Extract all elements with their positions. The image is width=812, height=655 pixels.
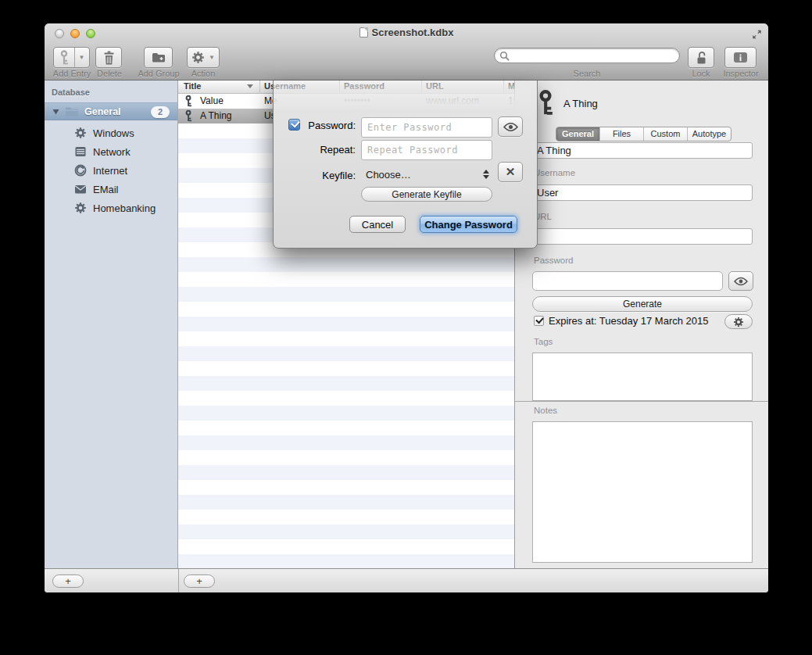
generate-button[interactable]: Generate (532, 296, 753, 312)
password-label: Password (534, 256, 574, 265)
add-group-footer-button[interactable]: + (52, 574, 84, 588)
tab-custom[interactable]: Custom (644, 127, 688, 141)
sidebar-item-label: Windows (93, 127, 134, 139)
change-password-button[interactable]: Change Password (420, 216, 517, 233)
dialog-password-input[interactable] (361, 117, 492, 138)
password-field[interactable] (532, 271, 723, 291)
username-field[interactable] (532, 184, 753, 201)
action-label: Action (191, 69, 216, 78)
x-icon: ✕ (506, 165, 516, 179)
folder-plus-icon (152, 52, 166, 63)
expires-settings-button[interactable] (724, 314, 753, 329)
url-field[interactable] (532, 228, 753, 245)
window-title: Screenshot.kdbx (45, 27, 768, 38)
delete-button[interactable] (95, 47, 122, 68)
add-entry-button[interactable]: ▼ (53, 47, 90, 68)
clear-keyfile-button[interactable]: ✕ (498, 162, 523, 182)
inspector-entry-title: A Thing (563, 98, 598, 109)
bottom-bar: + + (45, 568, 768, 592)
gear-icon (74, 127, 87, 139)
tab-general[interactable]: General (556, 127, 600, 141)
info-icon (733, 52, 748, 63)
add-entry-label: Add Entry (53, 69, 91, 78)
inspector-button[interactable] (724, 47, 757, 68)
add-entry-footer-button[interactable]: + (184, 574, 215, 588)
tags-label: Tags (534, 337, 553, 346)
tab-autotype[interactable]: Autotype (688, 127, 731, 141)
sidebar-item-email[interactable]: EMail (45, 180, 177, 199)
generate-keyfile-button[interactable]: Generate Keyfile (361, 187, 492, 202)
sidebar-item-label: Network (93, 146, 131, 158)
cell-title: A Thing (200, 110, 231, 121)
sidebar-item-label: Internet (93, 165, 127, 177)
tab-files[interactable]: Files (600, 127, 644, 141)
column-header-title[interactable]: Title (184, 81, 201, 91)
dialog-keyfile-label: Keyfile: (274, 170, 356, 181)
server-icon (74, 145, 87, 158)
sidebar-item-internet[interactable]: Internet (45, 161, 177, 180)
sidebar-item-label: Homebanking (93, 202, 156, 214)
inspector-panel: A Thing General Files Custom Autotype Us… (514, 81, 768, 568)
change-password-sheet: Password: Repeat: Keyfile: Choose… ✕ Gen… (273, 81, 538, 249)
dialog-password-label: Password: (274, 120, 356, 131)
dialog-repeat-input[interactable] (361, 140, 492, 160)
expires-checkbox[interactable] (534, 316, 544, 326)
sidebar-group-general[interactable]: General 2 (45, 102, 177, 120)
gear-icon (733, 317, 744, 328)
sidebar-group-label: General (84, 106, 121, 117)
sidebar-item-network[interactable]: Network (45, 142, 177, 161)
key-icon (537, 87, 554, 120)
search-icon (499, 51, 510, 61)
sidebar-item-homebanking[interactable]: Homebanking (45, 199, 177, 217)
trash-icon (103, 51, 115, 65)
add-group-button[interactable] (144, 47, 173, 68)
sidebar-item-label: EMail (93, 184, 119, 195)
lock-label: Lock (692, 69, 710, 78)
keyfile-popup[interactable]: Choose… (366, 169, 411, 181)
sidebar-item-windows[interactable]: Windows (45, 123, 177, 142)
expires-label: Expires at: Tuesday 17 March 2015 (549, 315, 709, 327)
notes-textarea[interactable] (532, 421, 753, 563)
globe-icon (74, 164, 87, 177)
expires-row: Expires at: Tuesday 17 March 2015 (534, 315, 709, 327)
username-label: Username (534, 168, 575, 177)
add-entry-dropdown-icon[interactable]: ▼ (79, 54, 85, 61)
tags-textarea[interactable] (532, 353, 753, 401)
window-chrome: Screenshot.kdbx ▼ Add Entry (45, 23, 768, 81)
title-field[interactable] (532, 142, 753, 159)
dialog-show-password-button[interactable] (498, 116, 523, 137)
key-icon (59, 50, 70, 66)
dialog-repeat-label: Repeat: (274, 144, 356, 156)
group-sidebar: Database General 2 Windows (45, 81, 178, 568)
cell-title: Value (200, 95, 224, 106)
show-password-button[interactable] (728, 271, 753, 291)
sort-indicator-icon (247, 84, 253, 91)
cancel-button[interactable]: Cancel (349, 216, 406, 233)
envelope-icon (74, 183, 87, 195)
gear-icon (74, 202, 87, 214)
inspector-label: Inspector (723, 69, 758, 78)
gear-icon (191, 51, 205, 64)
footer-divider (178, 569, 179, 592)
inspector-tabs: General Files Custom Autotype (556, 127, 732, 141)
search-field[interactable] (494, 48, 680, 63)
search-input[interactable] (512, 49, 674, 62)
eye-icon (503, 122, 518, 132)
search-label: Search (574, 69, 601, 78)
action-button[interactable]: ▼ (187, 47, 220, 68)
sidebar-header: Database (52, 88, 90, 97)
notes-label: Notes (534, 406, 557, 415)
group-count-badge: 2 (151, 106, 170, 118)
section-divider (515, 401, 768, 402)
keyfile-stepper-icon[interactable] (483, 166, 489, 182)
folder-icon (65, 106, 79, 117)
disclosure-triangle-icon[interactable] (52, 109, 59, 115)
padlock-icon (695, 51, 708, 65)
delete-label: Delete (97, 69, 122, 78)
app-window: Screenshot.kdbx ▼ Add Entry (45, 23, 768, 592)
fullscreen-icon[interactable] (751, 29, 763, 40)
add-group-label: Add Group (138, 69, 179, 78)
key-icon (184, 109, 192, 123)
lock-button[interactable] (688, 47, 714, 68)
key-icon (184, 95, 192, 108)
